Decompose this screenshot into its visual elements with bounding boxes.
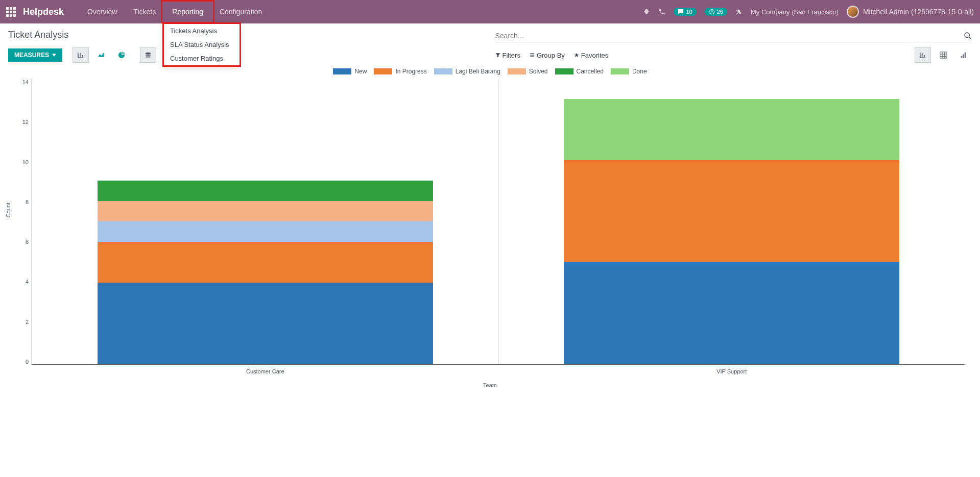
legend-label: Cancelled <box>577 68 604 75</box>
avatar <box>847 6 859 18</box>
search-input[interactable] <box>495 32 964 40</box>
bar-segment[interactable] <box>98 221 433 242</box>
nav-reporting[interactable]: Reporting <box>164 2 211 22</box>
y-tick: 14 <box>22 79 29 85</box>
x-axis-label: Team <box>15 382 965 388</box>
bar-segment[interactable] <box>98 242 433 283</box>
groupby-icon <box>530 53 535 58</box>
messages-count: 10 <box>686 9 692 15</box>
filters-label: Filters <box>503 52 520 59</box>
legend: NewIn ProgressLagi Beli BarangSolvedCanc… <box>15 68 965 75</box>
nav-configuration[interactable]: Configuration <box>211 2 270 22</box>
filter-row: Filters Group By Favorites <box>495 47 972 63</box>
plot-area: Customer CareVIP Support <box>32 79 965 365</box>
y-tick: 0 <box>26 359 29 365</box>
groupby-label: Group By <box>537 52 565 59</box>
y-tick: 6 <box>26 239 29 245</box>
nav-reporting-label: Reporting <box>172 8 203 16</box>
bar-chart-icon <box>77 52 84 59</box>
legend-item[interactable]: Cancelled <box>555 68 604 75</box>
company-switcher[interactable]: My Company (San Francisco) <box>751 8 839 16</box>
line-chart-button[interactable] <box>93 47 109 63</box>
svg-point-2 <box>146 54 151 56</box>
bar-segment[interactable] <box>98 283 433 364</box>
stacked-icon <box>145 52 152 59</box>
bar-segment[interactable] <box>98 181 433 201</box>
plot-column: Customer Care <box>32 79 499 364</box>
legend-swatch <box>508 68 526 74</box>
legend-item[interactable]: In Progress <box>374 68 426 75</box>
y-tick: 2 <box>26 319 29 325</box>
plot-column: VIP Support <box>499 79 965 364</box>
search-icon[interactable] <box>964 32 972 40</box>
dropdown-customer-ratings[interactable]: Customer Ratings <box>164 52 240 65</box>
legend-swatch <box>611 68 629 74</box>
user-menu[interactable]: Mitchell Admin (12696778-15-0-all) <box>847 6 974 18</box>
legend-item[interactable]: Lagi Beli Barang <box>434 68 500 75</box>
page-title: Ticket Analysis <box>8 30 485 40</box>
nav-overview[interactable]: Overview <box>79 2 125 22</box>
dropdown-sla-status[interactable]: SLA Status Analysis <box>164 38 240 52</box>
legend-swatch <box>333 68 351 74</box>
chart: NewIn ProgressLagi Beli BarangSolvedCanc… <box>0 63 980 398</box>
search-bar <box>495 30 972 42</box>
y-tick: 8 <box>26 199 29 205</box>
pie-chart-icon <box>118 52 125 59</box>
nav-items: Overview Tickets Reporting Configuration <box>79 2 270 22</box>
bar-chart-button[interactable] <box>73 47 89 63</box>
pivot-view-icon <box>940 52 947 59</box>
svg-rect-7 <box>963 54 964 58</box>
x-tick-label: Customer Care <box>246 368 284 374</box>
y-tick: 12 <box>22 119 29 125</box>
tools-icon[interactable] <box>735 8 743 15</box>
stacked-button[interactable] <box>140 47 156 63</box>
legend-swatch <box>374 68 392 74</box>
legend-item[interactable]: Solved <box>508 68 548 75</box>
svg-rect-5 <box>940 52 946 58</box>
control-row: Ticket Analysis MEASURES <box>0 23 980 63</box>
bug-icon[interactable] <box>643 8 650 15</box>
filters-button[interactable]: Filters <box>495 52 520 59</box>
svg-rect-8 <box>965 53 966 58</box>
measures-label: MEASURES <box>14 52 49 59</box>
apps-icon[interactable] <box>6 7 16 17</box>
view-toggle <box>913 47 972 63</box>
dropdown-tickets-analysis[interactable]: Tickets Analysis <box>164 24 240 38</box>
activities-badge[interactable]: 26 <box>705 8 727 16</box>
legend-swatch <box>434 68 452 74</box>
phone-icon[interactable] <box>658 8 665 15</box>
legend-swatch <box>555 68 573 74</box>
toolbar: MEASURES <box>8 47 485 63</box>
graph-view-button[interactable] <box>915 47 931 63</box>
stacked-bar[interactable] <box>98 181 433 364</box>
top-nav: Helpdesk Overview Tickets Reporting Conf… <box>0 0 980 23</box>
star-icon <box>574 53 579 58</box>
legend-label: Done <box>632 68 647 75</box>
measures-button[interactable]: MEASURES <box>8 48 62 62</box>
y-tick: 4 <box>26 279 29 285</box>
favorites-button[interactable]: Favorites <box>574 52 608 59</box>
x-tick-label: VIP Support <box>716 368 747 374</box>
bar-segment[interactable] <box>564 262 899 364</box>
cohort-view-icon <box>960 52 967 59</box>
legend-label: In Progress <box>395 68 426 75</box>
bar-segment[interactable] <box>564 160 899 262</box>
legend-item[interactable]: New <box>333 68 367 75</box>
chevron-down-icon <box>52 53 56 57</box>
legend-label: Lagi Beli Barang <box>456 68 500 75</box>
messages-badge[interactable]: 10 <box>674 8 696 16</box>
svg-point-4 <box>965 33 969 37</box>
pie-chart-button[interactable] <box>113 47 130 63</box>
groupby-button[interactable]: Group By <box>530 52 565 59</box>
line-chart-icon <box>98 52 105 59</box>
legend-item[interactable]: Done <box>611 68 647 75</box>
pivot-view-button[interactable] <box>935 47 951 63</box>
reporting-dropdown: Tickets Analysis SLA Status Analysis Cus… <box>163 23 240 66</box>
bar-segment[interactable] <box>564 99 899 160</box>
y-axis-label: Count <box>5 203 11 217</box>
bar-segment[interactable] <box>98 201 433 221</box>
favorites-label: Favorites <box>581 52 608 59</box>
cohort-view-button[interactable] <box>955 47 972 63</box>
nav-tickets[interactable]: Tickets <box>125 2 164 22</box>
stacked-bar[interactable] <box>564 99 899 364</box>
